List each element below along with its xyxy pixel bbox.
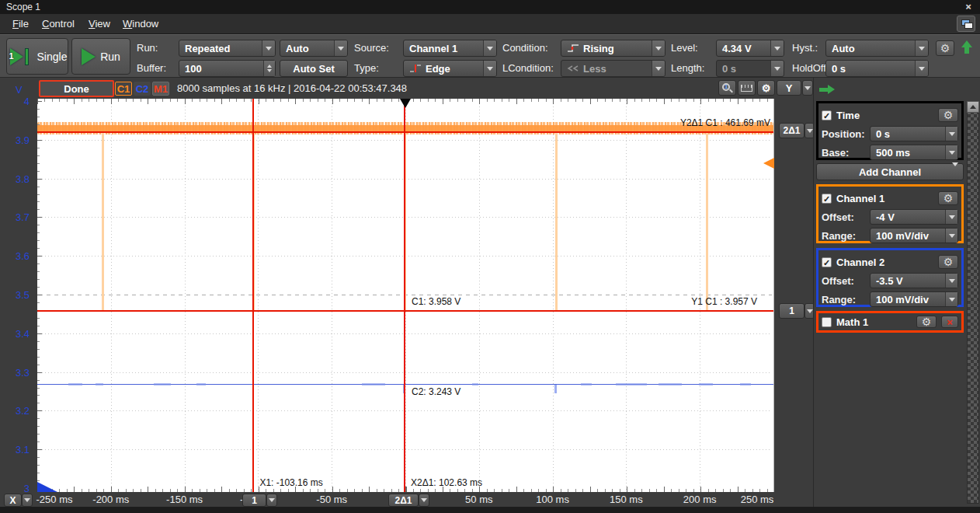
x-axis-button[interactable]: X — [4, 494, 22, 507]
y1-cursor-line[interactable] — [37, 310, 773, 312]
trigger-settings-button[interactable]: ⚙ — [936, 40, 954, 56]
chevron-down-icon[interactable] — [945, 274, 957, 288]
chevron-down-icon[interactable] — [915, 61, 928, 76]
math1-settings-button[interactable]: ⚙ — [916, 316, 937, 328]
zoom-tool-button[interactable]: 1 — [718, 80, 736, 96]
y2-cursor-button[interactable]: 2Δ1 — [779, 123, 805, 138]
time-settings-button[interactable]: ⚙ — [938, 108, 958, 122]
chevron-down-icon[interactable] — [945, 210, 957, 224]
cascade-windows-button[interactable] — [957, 16, 975, 32]
collapse-sidebar-icon[interactable] — [819, 85, 836, 95]
length-select[interactable]: 0 s — [716, 60, 784, 77]
channel1-checkbox[interactable]: ✓ — [822, 194, 832, 204]
trigger-time-marker[interactable] — [400, 99, 411, 108]
channel2-settings-button[interactable]: ⚙ — [938, 255, 958, 269]
lcondition-select[interactable]: Less — [561, 60, 665, 77]
buffer-label: Buffer: — [137, 60, 166, 77]
math1-chip[interactable]: M1 — [152, 82, 169, 96]
y-tick-label: 3.7 — [0, 212, 30, 222]
chevron-down-icon — [269, 498, 275, 502]
buffer-stepper[interactable]: 100 — [179, 60, 276, 77]
holdoff-label: HoldOff: — [792, 60, 829, 77]
time-checkbox[interactable]: ✓ — [822, 110, 832, 120]
run-button[interactable]: Run — [71, 38, 130, 75]
x-axis-dropdown[interactable] — [22, 494, 33, 507]
condition-select[interactable]: Rising — [561, 40, 665, 57]
offset-label: Offset: — [822, 211, 865, 223]
chevron-down-icon[interactable] — [945, 292, 957, 306]
channel1-panel-title: Channel 1 — [836, 193, 884, 204]
chevron-down-icon[interactable] — [334, 40, 347, 56]
chevron-down-icon[interactable] — [652, 61, 665, 76]
measure-tool-button[interactable] — [738, 80, 756, 96]
auto-set-button[interactable]: Auto Set — [280, 60, 348, 77]
chevron-down-icon[interactable] — [770, 40, 784, 56]
channel1-settings-button[interactable]: ⚙ — [938, 191, 958, 205]
chevron-down-icon[interactable] — [945, 229, 957, 243]
holdoff-select[interactable]: 0 s — [825, 60, 929, 77]
channel1-range-select[interactable]: 100 mV/div — [870, 228, 958, 243]
channel2-range-select[interactable]: 100 mV/div — [870, 291, 958, 307]
edge-type-icon — [409, 64, 422, 73]
chevron-down-icon[interactable] — [262, 40, 275, 56]
less-condition-icon — [567, 64, 579, 73]
type-select[interactable]: Edge — [403, 60, 497, 77]
spinner-arrows-icon[interactable] — [263, 61, 275, 76]
chevron-down-icon[interactable] — [770, 61, 784, 76]
channel2-offset-select[interactable]: -3.5 V — [870, 273, 958, 288]
scope-plot-region: Done C1 C2 M1 8000 samples at 16 kHz | 2… — [0, 78, 813, 507]
channel2-offset-marker[interactable] — [37, 482, 57, 492]
single-button[interactable]: 1 Single — [6, 38, 68, 75]
x1-cursor-dropdown[interactable] — [266, 494, 277, 507]
export-up-icon[interactable] — [961, 40, 973, 55]
channel1-chip[interactable]: C1 — [115, 82, 132, 96]
chevron-down-icon[interactable] — [945, 145, 957, 159]
x1-cursor-button[interactable]: 1 — [242, 494, 266, 507]
y-tick-label: 3.5 — [0, 290, 30, 300]
hyst-select[interactable]: Auto — [825, 40, 929, 57]
menu-file[interactable]: File — [11, 14, 30, 34]
chevron-down-icon[interactable] — [652, 40, 665, 56]
sidebar-scrollbar[interactable] — [967, 101, 979, 504]
add-channel-button[interactable]: Add Channel — [816, 163, 964, 180]
c2-trace-noise — [616, 383, 647, 386]
y-axis-button[interactable]: Y — [777, 80, 801, 96]
channel2-chip[interactable]: C2 — [134, 82, 151, 96]
x1-cursor-line[interactable] — [252, 99, 254, 492]
hyst-label: Hyst.: — [792, 40, 818, 57]
x2-cursor-line[interactable] — [404, 99, 405, 492]
y-axis-dropdown[interactable] — [802, 80, 813, 96]
base-select[interactable]: 500 ms — [870, 145, 958, 160]
run-mode-select[interactable]: Repeated — [179, 40, 276, 57]
scope-canvas[interactable]: Y2Δ1 C1 : 461.69 mVY1 C1 : 3.957 VC1: 3.… — [37, 99, 774, 492]
menu-window[interactable]: Window — [121, 14, 160, 34]
channel1-offset-select[interactable]: -4 V — [870, 209, 958, 225]
rising-edge-icon — [567, 44, 579, 53]
x-tick-label: 200 ms — [683, 494, 717, 505]
c1-pulse-dip — [555, 131, 558, 312]
trigger-level-marker[interactable] — [763, 158, 774, 169]
chevron-down-icon[interactable] — [483, 61, 496, 76]
x2-cursor-button[interactable]: 2Δ1 — [388, 494, 419, 507]
chevron-down-icon[interactable] — [915, 40, 928, 56]
menu-view[interactable]: View — [87, 14, 112, 34]
menu-control[interactable]: Control — [40, 14, 76, 34]
trigger-auto-select[interactable]: Auto — [280, 40, 348, 57]
window-title: Scope 1 — [6, 2, 40, 12]
chevron-down-icon[interactable] — [483, 40, 496, 56]
level-select[interactable]: 4.34 V — [716, 40, 784, 57]
position-select[interactable]: 0 s — [870, 126, 958, 141]
plot-settings-button[interactable]: ⚙ — [757, 80, 775, 96]
y2-cursor-line[interactable] — [37, 131, 773, 133]
math1-remove-button[interactable]: + — [941, 316, 958, 328]
chevron-down-icon[interactable] — [945, 127, 957, 141]
channel2-checkbox[interactable]: ✓ — [822, 257, 832, 267]
y1-cursor-button[interactable]: 1 — [779, 303, 805, 319]
acquisition-status-button[interactable]: Done — [39, 80, 114, 97]
scroll-up-button[interactable] — [967, 101, 979, 113]
source-select[interactable]: Channel 1 — [403, 40, 497, 57]
math1-checkbox[interactable] — [822, 317, 832, 327]
close-icon[interactable]: + — [963, 0, 974, 14]
x-tick-label: -200 ms — [92, 494, 129, 505]
x2-cursor-dropdown[interactable] — [419, 494, 429, 507]
